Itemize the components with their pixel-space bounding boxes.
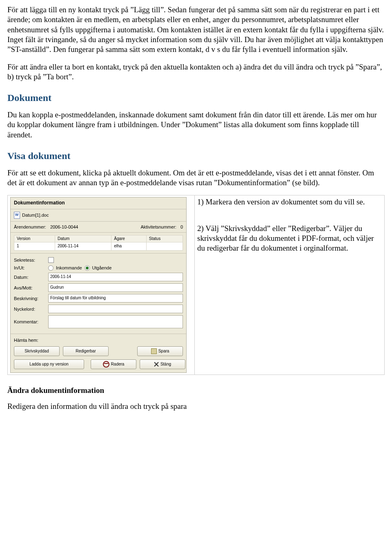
col-datum: Datum xyxy=(55,235,111,242)
inkommande-radio[interactable] xyxy=(48,265,53,271)
close-icon xyxy=(154,362,159,367)
nyckelord-label: Nyckelord: xyxy=(14,306,46,312)
cell-datum: 2006-11-14 xyxy=(55,242,111,251)
body-paragraph: Du kan koppla e-postmeddelanden, inskann… xyxy=(7,110,385,140)
kommentar-label: Kommentar: xyxy=(14,319,46,325)
col-status: Status xyxy=(146,235,183,242)
cell-status xyxy=(146,242,183,251)
table-row[interactable]: 1 2006-11-14 elha xyxy=(14,242,183,251)
avsmott-field[interactable]: Gudrun xyxy=(48,283,183,292)
delete-icon xyxy=(103,361,109,368)
avsmott-label: Avs/Mott: xyxy=(14,285,46,291)
utgaende-radio[interactable] xyxy=(85,265,90,271)
version-table[interactable]: Version Datum Ägare Status 1 2006-11-14 … xyxy=(14,235,183,251)
body-paragraph: För att ändra eller ta bort en kontakt, … xyxy=(7,62,385,82)
inkommande-label: Inkommande xyxy=(56,265,82,271)
utgaende-label: Utgående xyxy=(92,265,112,271)
beskrivning-field[interactable]: Förslag till datum för utbildning xyxy=(48,294,183,303)
ladda-upp-button[interactable]: Ladda upp ny version xyxy=(14,359,84,369)
datum-field[interactable]: 2006-11-14 xyxy=(48,273,183,281)
inut-label: In/Ut: xyxy=(14,265,46,271)
beskrivning-label: Beskrivning: xyxy=(14,296,46,301)
kommentar-field[interactable] xyxy=(48,315,183,328)
dokumentinformation-panel: Dokumentinformation Datum[1].doc Ärenden… xyxy=(10,197,187,373)
col-agare: Ägare xyxy=(111,235,147,242)
body-paragraph: För att se ett dokument, klicka på aktue… xyxy=(7,168,385,188)
redigerbar-button[interactable]: Redigerbar xyxy=(63,346,109,356)
step-1-text: 1) Markera den version av dokumentet som… xyxy=(197,197,382,207)
stang-button[interactable]: Stäng xyxy=(140,359,185,369)
step-2-text: 2) Välj ”Skrivskyddad” eller ”Redigerbar… xyxy=(197,224,382,253)
hamta-hem-label: Hämta hem: xyxy=(14,337,183,343)
heading-dokument: Dokument xyxy=(7,92,385,104)
body-paragraph: Redigera den information du vill ändra o… xyxy=(7,401,385,411)
heading-visa-dokument: Visa dokument xyxy=(7,150,385,162)
arendenummer-label: Ärendenummer: xyxy=(14,224,46,230)
panel-filename: Datum[1].doc xyxy=(22,212,49,218)
col-version: Version xyxy=(14,235,55,242)
sekretess-label: Sekretess: xyxy=(14,257,46,263)
spara-button[interactable]: Spara xyxy=(137,346,183,356)
aktivitetsnummer-value: 0 xyxy=(180,224,183,230)
word-doc-icon xyxy=(14,212,20,219)
heading-andra-dokumentinformation: Ändra dokumentinformation xyxy=(7,386,385,395)
radera-button[interactable]: Radera xyxy=(91,359,136,369)
aktivitetsnummer-label: Aktivitetsnummer: xyxy=(140,224,176,230)
datum-label: Datum: xyxy=(14,274,46,280)
cell-version: 1 xyxy=(14,242,55,251)
body-paragraph: För att lägga till en ny kontakt tryck p… xyxy=(7,5,385,55)
nyckelord-field[interactable] xyxy=(48,305,183,313)
figure-table: Dokumentinformation Datum[1].doc Ärenden… xyxy=(7,195,385,375)
save-icon xyxy=(151,348,157,354)
panel-title: Dokumentinformation xyxy=(11,197,186,209)
cell-agare: elha xyxy=(111,242,147,251)
sekretess-checkbox[interactable] xyxy=(48,257,54,263)
skrivskyddad-button[interactable]: Skrivskyddad xyxy=(14,346,60,356)
arendenummer-value: 2006-10-0044 xyxy=(50,224,78,230)
